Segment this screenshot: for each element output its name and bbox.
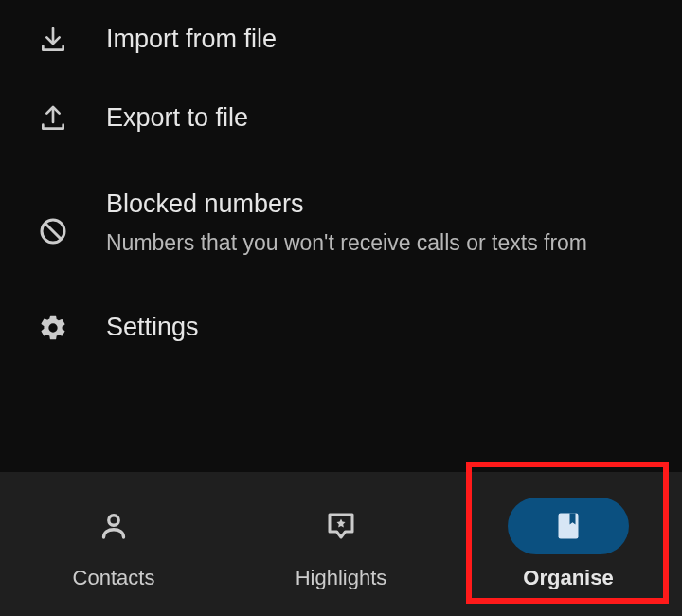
nav-highlights-label: Highlights xyxy=(296,566,387,590)
blocked-numbers-item[interactable]: Blocked numbers Numbers that you won't r… xyxy=(0,157,682,288)
blocked-description: Numbers that you won't receive calls or … xyxy=(106,228,659,258)
import-label: Import from file xyxy=(106,23,659,56)
export-icon xyxy=(38,103,106,134)
nav-organise[interactable]: Organise xyxy=(455,472,682,616)
block-icon xyxy=(38,188,106,246)
contacts-icon xyxy=(53,498,174,554)
nav-organise-label: Organise xyxy=(523,566,613,590)
settings-item[interactable]: Settings xyxy=(0,288,682,367)
settings-label: Settings xyxy=(106,311,659,344)
blocked-label: Blocked numbers xyxy=(106,188,659,221)
bottom-navigation: Contacts Highlights Organise xyxy=(0,472,682,616)
nav-contacts-label: Contacts xyxy=(73,566,155,590)
import-from-file-item[interactable]: Import from file xyxy=(0,0,682,79)
nav-highlights[interactable]: Highlights xyxy=(227,472,455,616)
highlights-icon xyxy=(280,498,402,554)
import-icon xyxy=(38,25,106,55)
organise-icon xyxy=(508,498,629,554)
nav-contacts[interactable]: Contacts xyxy=(0,472,227,616)
settings-list: Import from file Export to file Blocked … xyxy=(0,0,682,367)
gear-icon xyxy=(38,313,106,343)
export-label: Export to file xyxy=(106,101,659,135)
svg-point-1 xyxy=(109,516,119,526)
export-to-file-item[interactable]: Export to file xyxy=(0,79,682,157)
